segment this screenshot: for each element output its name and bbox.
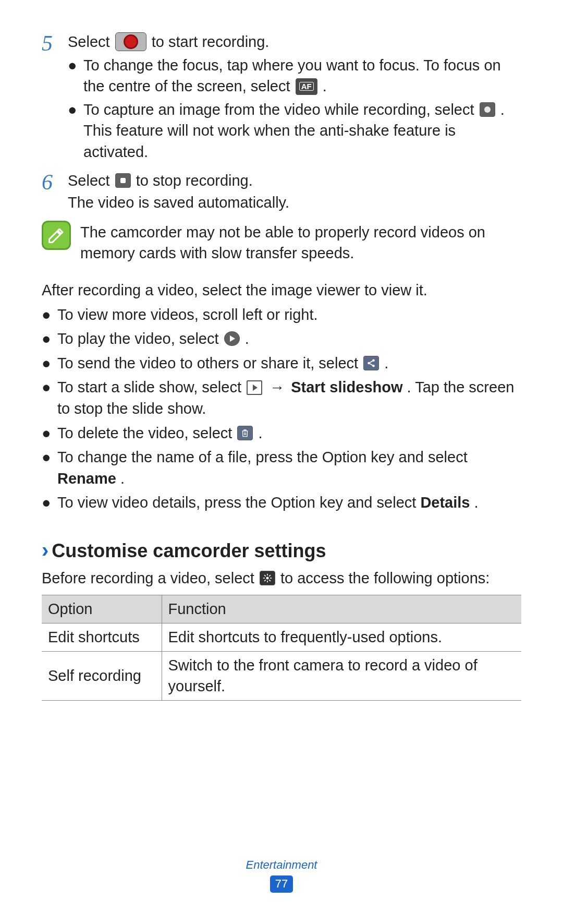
bold-text: Details bbox=[420, 494, 470, 511]
stop-icon bbox=[115, 173, 131, 188]
text: To delete the video, select bbox=[57, 425, 236, 441]
gear-icon bbox=[260, 571, 275, 585]
text: To start a slide show, select bbox=[57, 379, 246, 395]
text: To change the name of a file, press the … bbox=[57, 449, 468, 465]
bullet-item: ● To change the name of a file, press th… bbox=[42, 447, 521, 489]
step-number: 6 bbox=[42, 170, 68, 214]
bullet-text: To view video details, press the Option … bbox=[57, 492, 521, 513]
table-header-option: Option bbox=[42, 595, 162, 623]
text: To capture an image from the video while… bbox=[83, 101, 479, 118]
slideshow-icon bbox=[247, 380, 262, 395]
chevron-icon: › bbox=[42, 535, 48, 565]
bullet-text: To capture an image from the video while… bbox=[83, 99, 521, 163]
table-cell-option: Self recording bbox=[42, 651, 162, 700]
bold-text: Start slideshow bbox=[291, 379, 402, 395]
text: Select bbox=[68, 33, 114, 50]
bullet-dot: ● bbox=[68, 55, 83, 97]
text: . bbox=[384, 355, 388, 371]
trash-icon bbox=[237, 426, 253, 440]
step-body: Select to stop recording. The video is s… bbox=[68, 170, 521, 214]
share-icon bbox=[363, 356, 379, 370]
page-number: 77 bbox=[270, 875, 293, 893]
af-label: AF bbox=[299, 82, 314, 91]
table-row: Self recording Switch to the front camer… bbox=[42, 651, 521, 700]
text: To send the video to others or share it,… bbox=[57, 355, 362, 371]
text: To change the focus, tap where you want … bbox=[83, 57, 501, 95]
text: to start recording. bbox=[152, 33, 270, 50]
step-5: 5 Select to start recording. ● To change… bbox=[42, 31, 521, 165]
autofocus-icon: AF bbox=[296, 78, 317, 95]
bullet-item: ● To view more videos, scroll left or ri… bbox=[42, 304, 521, 326]
bullet-text: To play the video, select . bbox=[57, 328, 521, 350]
text: Select bbox=[68, 172, 114, 189]
note-icon bbox=[42, 221, 71, 250]
text: . bbox=[323, 78, 327, 94]
arrow-icon: → bbox=[267, 377, 287, 398]
table-cell-function: Switch to the front camera to record a v… bbox=[162, 651, 521, 700]
svg-point-3 bbox=[266, 577, 268, 580]
step-main-line: Select to stop recording. bbox=[68, 170, 521, 191]
section-heading: › Customise camcorder settings bbox=[42, 535, 521, 565]
step-6: 6 Select to stop recording. The video is… bbox=[42, 170, 521, 214]
note-block: The camcorder may not be able to properl… bbox=[42, 221, 521, 264]
text: To play the video, select bbox=[57, 330, 223, 347]
step-body: Select to start recording. ● To change t… bbox=[68, 31, 521, 165]
sub-bullet: ● To change the focus, tap where you wan… bbox=[68, 55, 521, 97]
text: Before recording a video, select bbox=[42, 570, 259, 586]
pencil-icon bbox=[47, 226, 66, 245]
record-icon bbox=[115, 32, 146, 51]
bullet-dot: ● bbox=[42, 447, 57, 489]
text: . bbox=[245, 330, 249, 347]
text: . bbox=[120, 470, 125, 487]
text: To view video details, press the Option … bbox=[57, 494, 420, 511]
bullet-dot: ● bbox=[42, 377, 57, 419]
bullet-text: To delete the video, select . bbox=[57, 423, 521, 444]
table-header-function: Function bbox=[162, 595, 521, 623]
after-recording-bullets: ● To view more videos, scroll left or ri… bbox=[42, 304, 521, 513]
step-number: 5 bbox=[42, 31, 68, 165]
bullet-text: To start a slide show, select → Start sl… bbox=[57, 377, 521, 419]
text: to access the following options: bbox=[280, 570, 489, 586]
bullet-text: To change the name of a file, press the … bbox=[57, 447, 521, 489]
text: . bbox=[474, 494, 479, 511]
note-text: The camcorder may not be able to properl… bbox=[80, 221, 521, 264]
bullet-dot: ● bbox=[68, 99, 83, 163]
section-title: Customise camcorder settings bbox=[52, 538, 326, 564]
step-line-2: The video is saved automatically. bbox=[68, 192, 521, 213]
bullet-text: To view more videos, scroll left or righ… bbox=[57, 304, 521, 326]
bold-text: Rename bbox=[57, 470, 116, 487]
bullet-item: ● To send the video to others or share i… bbox=[42, 353, 521, 374]
after-recording-paragraph: After recording a video, select the imag… bbox=[42, 280, 521, 301]
bullet-item: ● To start a slide show, select → Start … bbox=[42, 377, 521, 419]
bullet-dot: ● bbox=[42, 423, 57, 444]
page-footer: Entertainment 77 bbox=[0, 857, 563, 893]
bullet-text: To change the focus, tap where you want … bbox=[83, 55, 521, 97]
bullet-dot: ● bbox=[42, 492, 57, 513]
table-header-row: Option Function bbox=[42, 595, 521, 623]
bullet-dot: ● bbox=[42, 328, 57, 350]
table-cell-function: Edit shortcuts to frequently-used option… bbox=[162, 623, 521, 652]
bullet-item: ● To play the video, select . bbox=[42, 328, 521, 350]
play-icon bbox=[224, 331, 240, 346]
footer-category: Entertainment bbox=[0, 857, 563, 873]
text: . bbox=[258, 425, 262, 441]
step-main-line: Select to start recording. bbox=[68, 31, 521, 53]
table-cell-option: Edit shortcuts bbox=[42, 623, 162, 652]
bullet-item: ● To delete the video, select . bbox=[42, 423, 521, 444]
bullet-item: ● To view video details, press the Optio… bbox=[42, 492, 521, 513]
table-row: Edit shortcuts Edit shortcuts to frequen… bbox=[42, 623, 521, 652]
bullet-dot: ● bbox=[42, 353, 57, 374]
bullet-text: To send the video to others or share it,… bbox=[57, 353, 521, 374]
bullet-dot: ● bbox=[42, 304, 57, 326]
step-sub-bullets: ● To change the focus, tap where you wan… bbox=[68, 55, 521, 163]
options-table: Option Function Edit shortcuts Edit shor… bbox=[42, 595, 521, 700]
sub-bullet: ● To capture an image from the video whi… bbox=[68, 99, 521, 163]
camera-capture-icon bbox=[480, 102, 495, 117]
section-intro: Before recording a video, select to acce… bbox=[42, 568, 521, 589]
text: to stop recording. bbox=[136, 172, 253, 189]
